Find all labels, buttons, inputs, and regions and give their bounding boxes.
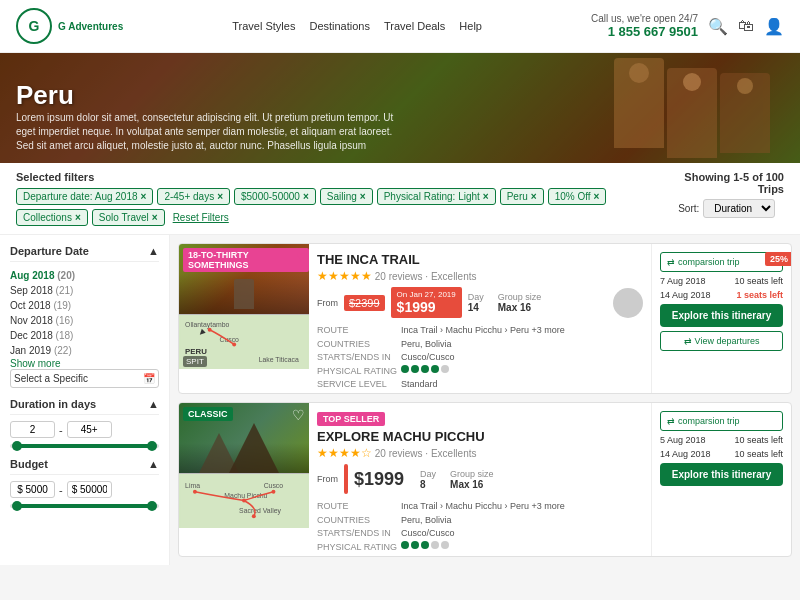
user-icon[interactable]: 👤 [764,17,784,36]
hero-title: Peru [16,80,396,111]
trip-badge-2: CLASSIC [183,407,233,421]
trip-stars-2: ★★★★☆ [317,446,372,460]
compare-btn-2[interactable]: ⇄ comparsion trip [660,411,783,431]
trip-list: 18-TO-THIRTY SOMETHINGS ♥ Ollantaytambo … [170,235,800,565]
trip-details-1: ROUTE Inca Trail › Machu Picchu › Peru +… [317,324,643,392]
budget-slider-track[interactable] [10,504,159,508]
hero-banner: Peru Lorem ipsum dolor sit amet, consect… [0,53,800,163]
search-icon[interactable]: 🔍 [708,17,728,36]
countries-row-1: COUNTRIES Peru, Bolivia [317,338,643,352]
trip-title-1: THE INCA TRAIL [317,252,643,267]
hero-image-people [614,58,770,158]
nav-travel-styles[interactable]: Travel Styles [232,20,295,32]
duration-dash: - [59,424,63,436]
sidebar-departure-aug[interactable]: Aug 2018 (20) [10,268,159,283]
budget-range-row: - [10,481,159,498]
filters-left: Selected filters Departure date: Aug 201… [16,171,678,226]
filter-tag-departure[interactable]: Departure date: Aug 2018 × [16,188,153,205]
trip-content-1: THE INCA TRAIL ★★★★★ 20 reviews · Excell… [309,244,651,393]
filter-tag-peru[interactable]: Peru × [500,188,544,205]
new-price-1: $1999 [397,299,456,315]
trip-image-1: 18-TO-THIRTY SOMETHINGS ♥ Ollantaytambo … [179,244,309,393]
sidebar-departure-sep[interactable]: Sep 2018 (21) [10,283,159,298]
discount-badge-1: 25% [765,252,792,266]
trip-price-row-2: From $1999 Day 8 Group size Max 16 [317,464,643,494]
sidebar-departure-section: Departure Date ▲ Aug 2018 (20) Sep 2018 … [10,245,159,388]
filter-tag-sailing[interactable]: Sailing × [320,188,373,205]
svg-text:Lima: Lima [185,482,200,489]
svg-text:Cusco: Cusco [264,482,284,489]
trip-stars-1: ★★★★★ [317,269,372,283]
bag-icon[interactable]: 🛍 [738,17,754,36]
sort-select[interactable]: Duration Price Rating Name [703,199,775,218]
nav-destinations[interactable]: Destinations [309,20,370,32]
svg-text:Sacred Valley: Sacred Valley [239,508,281,516]
trip-meta-2: Day 8 Group size Max 16 [420,469,494,490]
header: G G Adventures Travel Styles Destination… [0,0,800,53]
duration-slider-left-dot[interactable] [12,441,22,451]
sidebar-duration-section: Duration in days ▲ - [10,398,159,448]
trip-meta-1: Day 14 Group size Max 16 [468,292,542,313]
budget-min-input[interactable] [10,481,55,498]
trip-image-2: CLASSIC ♡ Lima Machu Picchu Sacred Valle… [179,403,309,556]
explore-btn-2[interactable]: Explore this itinerary [660,463,783,486]
trip-content-2: TOP SELLER EXPLORE MACHU PICCHU ★★★★☆ 20… [309,403,651,556]
nav-links: Travel Styles Destinations Travel Deals … [232,20,482,32]
duration-range-row: - [10,421,159,438]
sidebar-departure-jan[interactable]: Jan 2019 (22) [10,343,159,358]
date-row-1a: 7 Aug 2018 10 seats left [660,276,783,286]
logo-icon[interactable]: G [16,8,52,44]
header-icons: 🔍 🛍 👤 [708,17,784,36]
sidebar-budget-header[interactable]: Budget ▲ [10,458,159,475]
trip-card-inca-trail: 18-TO-THIRTY SOMETHINGS ♥ Ollantaytambo … [178,243,792,394]
duration-slider-right-dot[interactable] [147,441,157,451]
budget-slider-right-dot[interactable] [147,501,157,511]
trip-group-2: Group size Max 16 [450,469,494,490]
physical-dots-2 [401,541,449,555]
physical-row-2: PHYSICAL RATING [317,541,643,555]
physical-dots-1 [401,365,449,379]
trip-day-2: Day 8 [420,469,436,490]
from-label-2: From [317,474,338,484]
filters-area: Selected filters Departure date: Aug 201… [0,163,800,235]
nav-travel-deals[interactable]: Travel Deals [384,20,445,32]
filter-tag-solo[interactable]: Solo Travel × [92,209,165,226]
svg-text:PERU: PERU [185,347,207,356]
filter-tag-physical[interactable]: Physical Rating: Light × [377,188,496,205]
show-more-link[interactable]: Show more [10,358,159,369]
duration-max-input[interactable] [67,421,112,438]
trip-heart-2[interactable]: ♡ [292,407,305,423]
select-specific-dropdown[interactable]: Select a Specific 📅 [10,369,159,388]
nav-help[interactable]: Help [459,20,482,32]
sidebar-departure-oct[interactable]: Oct 2018 (19) [10,298,159,313]
sidebar-departure-header[interactable]: Departure Date ▲ [10,245,159,262]
sidebar-departure-dec[interactable]: Dec 2018 (18) [10,328,159,343]
trip-card-machu-picchu: CLASSIC ♡ Lima Machu Picchu Sacred Valle… [178,402,792,557]
sale-date-1: On Jan 27, 2019 [397,290,456,299]
trip-group-1: Group size Max 16 [498,292,542,313]
phone-info: Call us, we're open 24/7 1 855 667 9501 [591,13,698,39]
sidebar: Departure Date ▲ Aug 2018 (20) Sep 2018 … [0,235,170,565]
trip-map-2: Lima Machu Picchu Sacred Valley Cusco [179,473,309,528]
filter-tag-days[interactable]: 2-45+ days × [157,188,230,205]
budget-slider-left-dot[interactable] [12,501,22,511]
sidebar-duration-header[interactable]: Duration in days ▲ [10,398,159,415]
countries-row-2: COUNTRIES Peru, Bolivia [317,514,643,528]
route-row-1: ROUTE Inca Trail › Machu Picchu › Peru +… [317,324,643,338]
reset-filters-link[interactable]: Reset Filters [173,212,229,223]
trip-heart-1[interactable]: ♥ [297,248,305,264]
starts-row-1: STARTS/ENDS IN Cusco/Cusco [317,351,643,365]
filter-tag-discount[interactable]: 10% Off × [548,188,607,205]
explore-btn-1[interactable]: Explore this itinerary [660,304,783,327]
duration-slider-track[interactable] [10,444,159,448]
view-dep-btn-1[interactable]: ⇄ View departures [660,331,783,351]
old-price-1: $2399 [344,295,385,311]
sidebar-departure-nov[interactable]: Nov 2018 (16) [10,313,159,328]
duration-min-input[interactable] [10,421,55,438]
trip-spit-label: SPIT [183,356,207,367]
budget-max-input[interactable] [67,481,112,498]
filter-tag-collections[interactable]: Collections × [16,209,88,226]
date-row-2b: 14 Aug 2018 10 seats left [660,449,783,459]
filter-tag-price[interactable]: $5000-50000 × [234,188,316,205]
hero-content: Peru Lorem ipsum dolor sit amet, consect… [16,80,396,153]
